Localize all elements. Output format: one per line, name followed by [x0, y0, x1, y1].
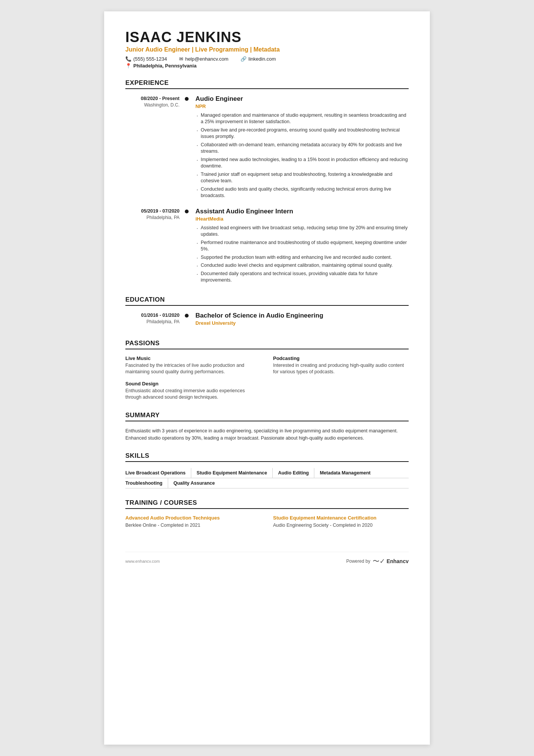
powered-by-text: Powered by	[346, 559, 370, 564]
phone-contact: 📞 (555) 555-1234	[125, 56, 167, 62]
bullet: Trained junior staff on equipment setup …	[195, 171, 409, 185]
candidate-title: Junior Audio Engineer | Live Programming…	[125, 46, 409, 53]
footer: www.enhancv.com Powered by 〜✓ Enhancv	[125, 552, 409, 566]
passion-desc-2: Interested in creating and producing hig…	[273, 362, 409, 376]
location-info: 📍 Philadelphia, Pennsylvania	[125, 63, 409, 69]
timeline-dot-2	[185, 210, 189, 213]
passions-grid: Live Music Fascinated by the intricacies…	[125, 355, 409, 401]
passion-sound-design: Sound Design Enthusiastic about creating…	[125, 381, 261, 401]
training-item-2: Studio Equipment Maintenance Certificati…	[273, 515, 409, 529]
exp2-company: iHeartMedia	[195, 216, 409, 222]
experience-item-2: 05/2019 - 07/2020 Philadelphia, PA Assis…	[125, 208, 409, 285]
education-section: EDUCATION 01/2016 - 01/2020 Philadelphia…	[125, 296, 409, 329]
skill-5: Troubleshooting	[125, 478, 168, 488]
edu1-location: Philadelphia, PA	[125, 318, 184, 324]
bullet: Collaborated with on-demand team, enhanc…	[195, 142, 409, 155]
phone-icon: 📞	[125, 56, 131, 62]
footer-logo-area: Powered by 〜✓ Enhancv	[346, 557, 409, 566]
skills-section: SKILLS Live Broadcast Operations Studio …	[125, 452, 409, 488]
education-item-1: 01/2016 - 01/2020 Philadelphia, PA Bache…	[125, 312, 409, 329]
passions-section-title: PASSIONS	[125, 340, 409, 349]
training-grid: Advanced Audio Production Techniques Ber…	[125, 515, 409, 529]
bullet: Conducted audio tests and quality checks…	[195, 186, 409, 199]
skill-3: Audio Editing	[278, 468, 314, 478]
exp1-location: Washington, D.C.	[125, 101, 184, 108]
bullet: Documented daily operations and technica…	[195, 271, 409, 284]
training-section: TRAINING / COURSES Advanced Audio Produc…	[125, 499, 409, 529]
passion-desc-3: Enthusiastic about creating immersive au…	[125, 388, 261, 401]
skills-row-2: Troubleshooting Quality Assurance	[125, 478, 409, 488]
skill-1: Live Broadcast Operations	[125, 468, 191, 478]
exp2-dates: 05/2019 - 07/2020	[125, 208, 184, 214]
passion-title-3: Sound Design	[125, 381, 261, 387]
linkedin-url: linkedin.com	[248, 56, 276, 62]
training-desc-1: Berklee Online - Completed in 2021	[125, 522, 261, 529]
exp1-bullets: Managed operation and maintenance of stu…	[195, 112, 409, 199]
training-section-title: TRAINING / COURSES	[125, 499, 409, 509]
edu1-dates: 01/2016 - 01/2020	[125, 312, 184, 318]
training-item-1: Advanced Audio Production Techniques Ber…	[125, 515, 261, 529]
email-contact: ✉ help@enhancv.com	[179, 56, 228, 62]
exp1-company: NPR	[195, 103, 409, 109]
training-title-2: Studio Equipment Maintenance Certificati…	[273, 515, 409, 521]
passion-title-1: Live Music	[125, 355, 261, 361]
bullet: Supported the production team with editi…	[195, 254, 409, 261]
footer-website: www.enhancv.com	[125, 559, 160, 563]
exp1-dates: 08/2020 - Present	[125, 95, 184, 101]
experience-item-1: 08/2020 - Present Washington, D.C. Audio…	[125, 95, 409, 201]
brand-name: Enhancv	[387, 558, 409, 564]
training-title-1: Advanced Audio Production Techniques	[125, 515, 261, 521]
passions-section: PASSIONS Live Music Fascinated by the in…	[125, 340, 409, 401]
edu1-school: Drexel University	[195, 320, 409, 326]
contact-info: 📞 (555) 555-1234 ✉ help@enhancv.com 🔗 li…	[125, 56, 409, 62]
summary-section: SUMMARY Enthusiastic with 3 years of exp…	[125, 412, 409, 442]
linkedin-contact: 🔗 linkedin.com	[240, 56, 276, 62]
bullet: Assisted lead engineers with live broadc…	[195, 225, 409, 238]
phone-number: (555) 555-1234	[133, 56, 167, 62]
skill-2: Studio Equipment Maintenance	[197, 468, 273, 478]
passion-live-music: Live Music Fascinated by the intricacies…	[125, 355, 261, 376]
skills-section-title: SKILLS	[125, 452, 409, 462]
enhancv-logo: 〜✓ Enhancv	[373, 557, 409, 566]
email-icon: ✉	[179, 56, 183, 62]
email-address: help@enhancv.com	[185, 56, 228, 62]
education-section-title: EDUCATION	[125, 296, 409, 306]
link-icon: 🔗	[240, 56, 247, 62]
passion-title-2: Podcasting	[273, 355, 409, 361]
candidate-name: ISAAC JENKINS	[125, 30, 409, 45]
exp2-location: Philadelphia, PA	[125, 214, 184, 220]
passion-podcasting: Podcasting Interested in creating and pr…	[273, 355, 409, 376]
bullet: Performed routine maintenance and troubl…	[195, 239, 409, 253]
experience-section: EXPERIENCE 08/2020 - Present Washington,…	[125, 79, 409, 285]
header: ISAAC JENKINS Junior Audio Engineer | Li…	[125, 30, 409, 69]
exp1-role: Audio Engineer	[195, 95, 409, 103]
summary-text: Enthusiastic with 3 years of experience …	[125, 427, 409, 442]
bullet: Conducted audio level checks and equipme…	[195, 262, 409, 269]
exp2-bullets: Assisted lead engineers with live broadc…	[195, 225, 409, 284]
location-icon: 📍	[125, 63, 131, 69]
bullet: Managed operation and maintenance of stu…	[195, 112, 409, 125]
passion-desc-1: Fascinated by the intricacies of live au…	[125, 362, 261, 376]
edu1-degree: Bachelor of Science in Audio Engineering	[195, 312, 409, 319]
resume-page: ISAAC JENKINS Junior Audio Engineer | Li…	[104, 11, 430, 745]
skills-row-1: Live Broadcast Operations Studio Equipme…	[125, 468, 409, 478]
exp2-role: Assistant Audio Engineer Intern	[195, 208, 409, 215]
experience-section-title: EXPERIENCE	[125, 79, 409, 89]
timeline-dot-edu	[185, 314, 189, 318]
skill-6: Quality Assurance	[173, 478, 220, 488]
training-desc-2: Audio Engineering Society - Completed in…	[273, 522, 409, 529]
logo-icon: 〜✓	[373, 557, 385, 566]
summary-section-title: SUMMARY	[125, 412, 409, 421]
bullet: Implemented new audio technologies, lead…	[195, 157, 409, 170]
bullet: Oversaw live and pre-recorded programs, …	[195, 127, 409, 140]
skill-4: Metadata Management	[320, 468, 376, 478]
location-text: Philadelphia, Pennsylvania	[133, 63, 197, 69]
timeline-dot-1	[185, 97, 189, 101]
